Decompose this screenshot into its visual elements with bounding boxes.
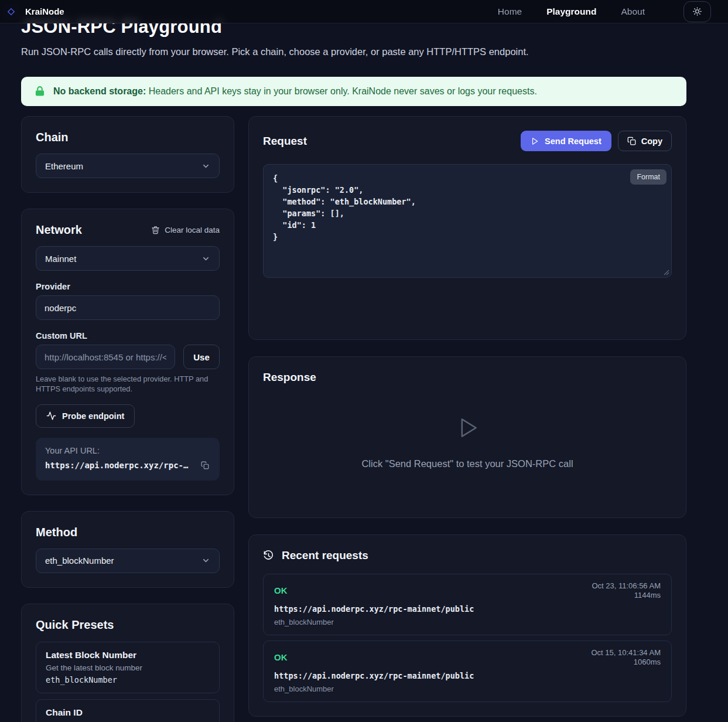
format-button[interactable]: Format bbox=[630, 169, 667, 185]
method-card: Method eth_blockNumber bbox=[21, 511, 234, 588]
resize-handle[interactable] bbox=[664, 270, 669, 275]
chain-card: Chain Ethereum bbox=[21, 116, 234, 193]
provider-input[interactable] bbox=[36, 295, 220, 320]
recent-requests-card: Recent requests OK Oct 23, 11:06:56 AM 1… bbox=[248, 534, 686, 717]
navbar: KraiNode Home Playground About bbox=[0, 0, 728, 23]
use-button[interactable]: Use bbox=[183, 345, 220, 369]
play-icon bbox=[531, 137, 539, 145]
network-select-value: Mainnet bbox=[45, 254, 76, 264]
recent-requests-title: Recent requests bbox=[282, 549, 368, 562]
clear-local-data-label: Clear local data bbox=[165, 226, 220, 234]
request-duration: 1060ms bbox=[634, 658, 661, 666]
provider-label: Provider bbox=[36, 282, 220, 291]
privacy-banner-bold: No backend storage: bbox=[53, 86, 146, 96]
send-request-label: Send Request bbox=[545, 137, 601, 146]
request-timestamp: Oct 23, 11:06:56 AM bbox=[592, 581, 661, 590]
brand[interactable]: KraiNode bbox=[3, 4, 64, 20]
method-select[interactable]: eth_blockNumber bbox=[36, 549, 220, 573]
response-title: Response bbox=[263, 371, 672, 384]
activity-icon bbox=[46, 411, 56, 421]
custom-url-label: Custom URL bbox=[36, 331, 220, 340]
copy-api-url-button[interactable] bbox=[200, 460, 210, 471]
quick-presets-title: Quick Presets bbox=[36, 618, 220, 632]
recent-request-row[interactable]: OK Oct 15, 10:41:34 AM 1060ms https://ap… bbox=[263, 641, 672, 702]
copy-icon bbox=[627, 137, 636, 145]
chevron-down-icon bbox=[201, 254, 210, 263]
request-body-editor[interactable]: { "jsonrpc": "2.0", "method": "eth_block… bbox=[263, 164, 672, 278]
request-card: Request Send Request Copy bbox=[248, 116, 686, 340]
preset-method: eth_blockNumber bbox=[46, 675, 210, 684]
diamond-logo-icon bbox=[3, 4, 19, 20]
workbench-column: Request Send Request Copy bbox=[248, 116, 686, 717]
settings-column: Chain Ethereum Network Clear local data bbox=[21, 116, 234, 722]
api-url-value: https://api.noderpc.xyz/rpc-… bbox=[45, 461, 188, 470]
chain-select[interactable]: Ethereum bbox=[36, 154, 220, 178]
probe-endpoint-label: Probe endpoint bbox=[62, 411, 124, 421]
method-card-title: Method bbox=[36, 526, 220, 539]
lock-icon bbox=[34, 86, 46, 97]
brand-name: KraiNode bbox=[25, 6, 64, 16]
request-method: eth_blockNumber bbox=[274, 684, 661, 693]
page-content: JSON-RPC Playground Run JSON-RPC calls d… bbox=[21, 0, 686, 722]
theme-toggle-button[interactable] bbox=[683, 1, 711, 22]
chain-select-value: Ethereum bbox=[45, 161, 83, 171]
request-meta: Oct 15, 10:41:34 AM 1060ms bbox=[591, 648, 661, 667]
copy-request-button[interactable]: Copy bbox=[618, 131, 672, 151]
network-select[interactable]: Mainnet bbox=[36, 246, 220, 271]
chain-card-title: Chain bbox=[36, 131, 220, 144]
play-outline-icon bbox=[454, 415, 480, 441]
nav-link-playground[interactable]: Playground bbox=[546, 6, 596, 17]
quick-presets-card: Quick Presets Latest Block Number Get th… bbox=[21, 604, 234, 722]
send-request-button[interactable]: Send Request bbox=[521, 131, 611, 151]
preset-name: Chain ID bbox=[46, 707, 210, 718]
request-timestamp: Oct 15, 10:41:34 AM bbox=[591, 648, 661, 657]
custom-url-input[interactable] bbox=[36, 345, 175, 369]
clear-local-data-button[interactable]: Clear local data bbox=[151, 226, 220, 234]
recent-request-row[interactable]: OK Oct 23, 11:06:56 AM 1144ms https://ap… bbox=[263, 574, 672, 635]
request-title: Request bbox=[263, 135, 307, 148]
request-body-text: { "jsonrpc": "2.0", "method": "eth_block… bbox=[273, 172, 662, 243]
chevron-down-icon bbox=[201, 556, 210, 565]
history-icon bbox=[263, 550, 274, 561]
status-badge: OK bbox=[274, 648, 288, 662]
page-subtitle: Run JSON-RPC calls directly from your br… bbox=[21, 46, 686, 57]
copy-icon bbox=[201, 461, 209, 469]
method-select-value: eth_blockNumber bbox=[45, 556, 114, 566]
privacy-banner: No backend storage: Headers and API keys… bbox=[21, 77, 686, 106]
response-placeholder-text: Click "Send Request" to test your JSON-R… bbox=[361, 458, 573, 469]
preset-chain-id[interactable]: Chain ID Get the chain ID bbox=[36, 699, 220, 722]
preset-name: Latest Block Number bbox=[46, 650, 210, 660]
network-card-title: Network bbox=[36, 223, 82, 237]
response-card: Response Click "Send Request" to test yo… bbox=[248, 356, 686, 518]
probe-endpoint-button[interactable]: Probe endpoint bbox=[36, 404, 135, 428]
privacy-banner-rest: Headers and API keys stay in your browse… bbox=[146, 86, 537, 96]
network-card: Network Clear local data Mainnet Provide… bbox=[21, 209, 234, 495]
request-duration: 1144ms bbox=[634, 591, 661, 600]
api-url-label: Your API URL: bbox=[45, 446, 210, 455]
preset-latest-block-number[interactable]: Latest Block Number Get the latest block… bbox=[36, 642, 220, 693]
request-url: https://api.noderpc.xyz/rpc-mainnet/publ… bbox=[274, 671, 661, 680]
request-method: eth_blockNumber bbox=[274, 618, 661, 626]
request-url: https://api.noderpc.xyz/rpc-mainnet/publ… bbox=[274, 604, 661, 614]
sun-icon bbox=[692, 6, 702, 16]
preset-desc: Get the latest block number bbox=[46, 663, 210, 672]
chevron-down-icon bbox=[201, 162, 210, 171]
privacy-banner-text: No backend storage: Headers and API keys… bbox=[53, 86, 537, 97]
status-badge: OK bbox=[274, 581, 288, 595]
nav-link-about[interactable]: About bbox=[621, 6, 645, 17]
request-meta: Oct 23, 11:06:56 AM 1144ms bbox=[592, 581, 661, 600]
custom-url-helper: Leave blank to use the selected provider… bbox=[36, 374, 211, 394]
api-url-box: Your API URL: https://api.noderpc.xyz/rp… bbox=[36, 438, 220, 481]
trash-icon bbox=[151, 226, 160, 234]
copy-request-label: Copy bbox=[641, 137, 662, 146]
nav-link-home[interactable]: Home bbox=[498, 6, 522, 17]
nav-links: Home Playground About bbox=[498, 1, 711, 22]
